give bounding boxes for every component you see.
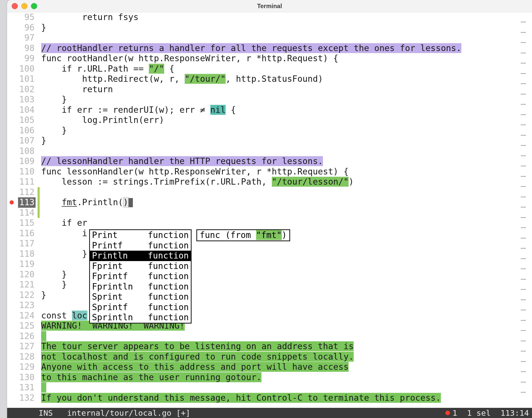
code-content[interactable]: fmt.Println() — [40, 197, 532, 208]
code-segment: , http.StatusFound) — [226, 74, 323, 84]
code-line[interactable]: 119_ — [7, 259, 532, 269]
code-content[interactable]: if r.URL.Path == "/" { — [40, 64, 532, 74]
code-line[interactable]: 122}_ — [7, 290, 532, 300]
code-content[interactable]: // lessonHandler handler the HTTP reques… — [40, 156, 532, 167]
code-line[interactable]: 115 if er_ — [7, 218, 532, 228]
code-line[interactable]: 126 _ — [7, 331, 532, 342]
code-line[interactable]: 131 _ — [7, 382, 532, 393]
code-content[interactable]: http.Redirect(w, r, "/tour/", http.Statu… — [40, 74, 532, 84]
completion-label: Fprint — [92, 261, 123, 271]
editor-area[interactable]: 95 return fsys_96}_97_98// rootHandler r… — [7, 12, 532, 418]
code-content[interactable]: return — [40, 84, 532, 95]
code-line[interactable]: 97_ — [7, 33, 532, 43]
line-number: 113 — [18, 197, 36, 208]
completion-item[interactable]: Fprintffunction — [90, 271, 191, 282]
completion-kind: function — [148, 312, 189, 323]
code-line[interactable]: 109// lessonHandler handler the HTTP req… — [7, 156, 532, 167]
code-line[interactable]: 103 }_ — [7, 94, 532, 105]
completion-label: Printf — [92, 240, 123, 251]
code-line[interactable]: 113 fmt.Println()_ — [7, 197, 532, 208]
code-content[interactable]: lesson := strings.TrimPrefix(r.URL.Path,… — [40, 177, 532, 187]
code-line[interactable]: 128not localhost and is configured to ru… — [7, 352, 532, 362]
code-content[interactable] — [40, 187, 532, 198]
eol-marker-icon: _ — [521, 341, 526, 352]
change-stripe — [38, 23, 40, 33]
code-line[interactable]: 111 lesson := strings.TrimPrefix(r.URL.P… — [7, 177, 532, 187]
code-content[interactable]: } — [40, 23, 532, 33]
code-content[interactable]: func rootHandler(w http.ResponseWriter, … — [40, 53, 532, 64]
completion-item[interactable]: Printfunction — [90, 230, 191, 240]
code-line[interactable]: 125WARNING! WARNING! WARNING!_ — [7, 321, 532, 331]
code-content[interactable]: if er — [40, 218, 532, 228]
completion-popup[interactable]: PrintfunctionPrintffunctionPrintlnfuncti… — [89, 229, 192, 324]
code-line[interactable]: 112_ — [7, 187, 532, 198]
completion-kind: function — [148, 282, 189, 292]
code-line[interactable]: 101 http.Redirect(w, r, "/tour/", http.S… — [7, 74, 532, 84]
code-content[interactable] — [40, 382, 532, 393]
code-content[interactable]: } — [40, 94, 532, 105]
code-line[interactable]: 123_ — [7, 300, 532, 311]
code-content[interactable]: log.Println(err) — [40, 115, 532, 125]
line-number: 114 — [19, 208, 35, 218]
code-content[interactable]: not localhost and is configured to run c… — [40, 352, 532, 362]
code-line[interactable]: 130to this machine as the user running g… — [7, 372, 532, 383]
completion-kind: function — [148, 292, 189, 302]
completion-item[interactable]: Fprintlnfunction — [90, 282, 191, 292]
line-number: 126 — [19, 331, 35, 342]
code-content[interactable]: } — [40, 125, 532, 136]
line-number: 128 — [19, 352, 35, 362]
gutter: 121 — [7, 280, 38, 290]
completion-item[interactable]: Sprintlnfunction — [90, 312, 191, 323]
change-stripe — [38, 331, 40, 342]
code-segment: The tour server appears to be listening … — [41, 341, 354, 351]
breakpoint-icon[interactable] — [10, 200, 14, 204]
code-line[interactable]: 118 }_ — [7, 249, 532, 259]
code-segment: } — [41, 94, 67, 104]
code-line[interactable]: 107}_ — [7, 136, 532, 146]
code-content[interactable]: func lessonHandler(w http.ResponseWriter… — [40, 167, 532, 177]
eol-marker-icon: _ — [521, 84, 526, 95]
code-content[interactable] — [40, 208, 532, 218]
code-line[interactable]: 110func lessonHandler(w http.ResponseWri… — [7, 167, 532, 177]
completion-item[interactable]: Printlnfunction — [90, 251, 191, 261]
code-line[interactable]: 105 log.Println(err)_ — [7, 115, 532, 125]
code-line[interactable]: 108_ — [7, 146, 532, 156]
code-line[interactable]: 124const loc_ — [7, 311, 532, 321]
code-content[interactable] — [40, 146, 532, 156]
code-line[interactable]: 120 }_ — [7, 269, 532, 280]
eol-marker-icon: _ — [521, 146, 526, 156]
code-content[interactable]: return fsys — [40, 12, 532, 23]
code-line[interactable]: 127The tour server appears to be listeni… — [7, 341, 532, 352]
code-content[interactable] — [40, 33, 532, 43]
gutter: 115 — [7, 218, 38, 228]
eol-marker-icon: _ — [521, 74, 526, 84]
completion-item[interactable]: Fprintfunction — [90, 261, 191, 271]
code-content[interactable]: // rootHandler returns a handler for all… — [40, 43, 532, 54]
code-content[interactable]: if err := renderUI(w); err ≠ nil { — [40, 105, 532, 115]
line-number: 111 — [19, 177, 35, 187]
code-content[interactable]: } — [40, 136, 532, 146]
change-stripe — [38, 43, 40, 54]
code-line[interactable]: 100 if r.URL.Path == "/" {_ — [7, 64, 532, 74]
code-line[interactable]: 99func rootHandler(w http.ResponseWriter… — [7, 53, 532, 64]
change-stripe — [38, 64, 40, 74]
completion-item[interactable]: Sprintfunction — [90, 292, 191, 302]
code-line[interactable]: 114_ — [7, 208, 532, 218]
code-line[interactable]: 98// rootHandler returns a handler for a… — [7, 43, 532, 54]
code-line[interactable]: 102 return_ — [7, 84, 532, 95]
code-content[interactable]: Anyone with access to this address and p… — [40, 362, 532, 372]
completion-item[interactable]: Printffunction — [90, 240, 191, 251]
code-line[interactable]: 106 }_ — [7, 125, 532, 136]
completion-item[interactable]: Sprintffunction — [90, 302, 191, 313]
code-content[interactable]: The tour server appears to be listening … — [40, 341, 532, 352]
code-content[interactable]: to this machine as the user running goto… — [40, 372, 532, 383]
code-line[interactable]: 95 return fsys_ — [7, 12, 532, 23]
code-line[interactable]: 96}_ — [7, 23, 532, 33]
code-line[interactable]: 121 }_ — [7, 280, 532, 290]
code-line[interactable]: 129Anyone with access to this address an… — [7, 362, 532, 372]
line-number: 129 — [19, 362, 35, 372]
gutter: 96 — [7, 23, 38, 33]
code-content[interactable] — [40, 331, 532, 342]
eol-marker-icon: _ — [521, 12, 526, 23]
code-line[interactable]: 104 if err := renderUI(w); err ≠ nil {_ — [7, 105, 532, 115]
